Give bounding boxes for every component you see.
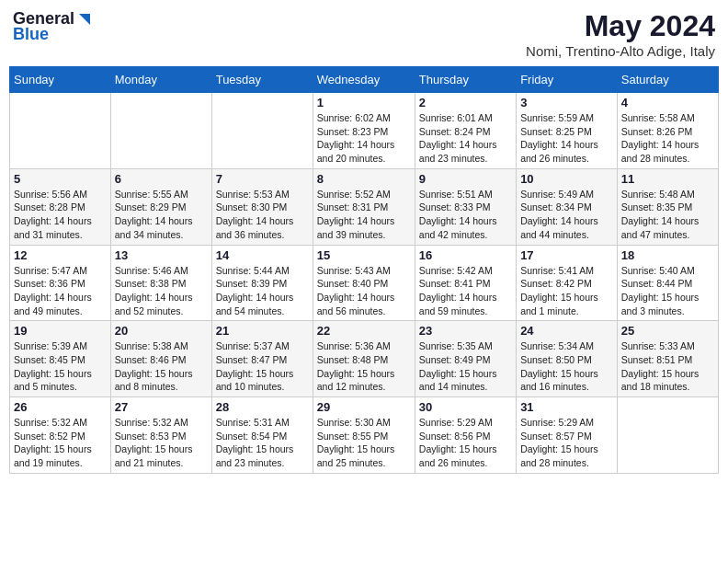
calendar-cell: 28Sunrise: 5:31 AMSunset: 8:54 PMDayligh… — [211, 397, 313, 474]
day-number: 24 — [520, 324, 613, 338]
day-info: Sunrise: 5:43 AMSunset: 8:40 PMDaylight:… — [317, 264, 411, 318]
day-of-week-header: Sunday — [10, 67, 111, 93]
calendar-week-row: 19Sunrise: 5:39 AMSunset: 8:45 PMDayligh… — [10, 321, 719, 397]
day-info: Sunrise: 5:51 AMSunset: 8:33 PMDaylight:… — [419, 188, 512, 242]
day-info: Sunrise: 6:01 AMSunset: 8:24 PMDaylight:… — [419, 111, 512, 166]
day-number: 20 — [115, 324, 208, 338]
day-number: 27 — [115, 400, 208, 414]
calendar-cell: 15Sunrise: 5:43 AMSunset: 8:40 PMDayligh… — [313, 245, 415, 321]
day-of-week-header: Thursday — [415, 67, 516, 93]
calendar-cell: 7Sunrise: 5:53 AMSunset: 8:30 PMDaylight… — [211, 168, 313, 245]
calendar-cell: 14Sunrise: 5:44 AMSunset: 8:39 PMDayligh… — [211, 245, 313, 321]
calendar-cell: 20Sunrise: 5:38 AMSunset: 8:46 PMDayligh… — [110, 321, 211, 397]
day-of-week-header: Wednesday — [313, 67, 415, 93]
calendar-cell: 23Sunrise: 5:35 AMSunset: 8:49 PMDayligh… — [415, 321, 516, 397]
calendar-cell: 6Sunrise: 5:55 AMSunset: 8:29 PMDaylight… — [110, 168, 211, 245]
day-number: 10 — [520, 172, 613, 186]
month-year-title: May 2024 — [526, 9, 715, 43]
day-number: 28 — [216, 400, 309, 414]
day-number: 8 — [317, 172, 411, 186]
day-number: 7 — [216, 172, 309, 186]
day-number: 22 — [317, 324, 411, 338]
calendar-week-row: 12Sunrise: 5:47 AMSunset: 8:36 PMDayligh… — [10, 245, 719, 321]
day-number: 23 — [419, 324, 512, 338]
calendar-cell: 24Sunrise: 5:34 AMSunset: 8:50 PMDayligh… — [517, 321, 618, 397]
calendar-cell: 29Sunrise: 5:30 AMSunset: 8:55 PMDayligh… — [313, 397, 415, 474]
day-of-week-header: Saturday — [617, 67, 718, 93]
day-info: Sunrise: 5:33 AMSunset: 8:51 PMDaylight:… — [621, 339, 714, 394]
day-info: Sunrise: 5:36 AMSunset: 8:48 PMDaylight:… — [317, 339, 411, 394]
calendar-cell — [10, 93, 111, 169]
page-header: General Blue May 2024 Nomi, Trentino-Alt… — [9, 9, 719, 59]
calendar-cell: 10Sunrise: 5:49 AMSunset: 8:34 PMDayligh… — [517, 168, 618, 245]
day-number: 26 — [14, 400, 107, 414]
day-info: Sunrise: 5:30 AMSunset: 8:55 PMDaylight:… — [317, 416, 411, 470]
calendar-cell: 30Sunrise: 5:29 AMSunset: 8:56 PMDayligh… — [415, 397, 516, 474]
day-number: 9 — [419, 172, 512, 186]
calendar-cell: 9Sunrise: 5:51 AMSunset: 8:33 PMDaylight… — [415, 168, 516, 245]
day-of-week-header: Monday — [110, 67, 211, 93]
day-info: Sunrise: 5:37 AMSunset: 8:47 PMDaylight:… — [216, 339, 309, 394]
day-number: 4 — [621, 96, 714, 109]
calendar-table: SundayMondayTuesdayWednesdayThursdayFrid… — [9, 66, 719, 474]
calendar-cell: 2Sunrise: 6:01 AMSunset: 8:24 PMDaylight… — [415, 93, 516, 169]
calendar-cell: 1Sunrise: 6:02 AMSunset: 8:23 PMDaylight… — [313, 93, 415, 169]
day-number: 29 — [317, 400, 411, 414]
calendar-cell: 31Sunrise: 5:29 AMSunset: 8:57 PMDayligh… — [517, 397, 618, 474]
day-info: Sunrise: 5:29 AMSunset: 8:57 PMDaylight:… — [520, 416, 613, 470]
location-subtitle: Nomi, Trentino-Alto Adige, Italy — [526, 43, 715, 59]
calendar-cell: 5Sunrise: 5:56 AMSunset: 8:28 PMDaylight… — [10, 168, 111, 245]
day-number: 15 — [317, 248, 411, 262]
day-number: 19 — [14, 324, 107, 338]
day-info: Sunrise: 5:56 AMSunset: 8:28 PMDaylight:… — [14, 188, 107, 242]
day-info: Sunrise: 5:32 AMSunset: 8:52 PMDaylight:… — [14, 416, 107, 470]
calendar-cell: 12Sunrise: 5:47 AMSunset: 8:36 PMDayligh… — [10, 245, 111, 321]
day-info: Sunrise: 5:29 AMSunset: 8:56 PMDaylight:… — [419, 416, 512, 470]
calendar-header-row: SundayMondayTuesdayWednesdayThursdayFrid… — [10, 67, 719, 93]
day-info: Sunrise: 5:49 AMSunset: 8:34 PMDaylight:… — [520, 188, 613, 242]
day-number: 5 — [14, 172, 107, 186]
day-info: Sunrise: 5:32 AMSunset: 8:53 PMDaylight:… — [115, 416, 208, 470]
day-info: Sunrise: 5:53 AMSunset: 8:30 PMDaylight:… — [216, 188, 309, 242]
calendar-cell: 27Sunrise: 5:32 AMSunset: 8:53 PMDayligh… — [110, 397, 211, 474]
calendar-cell: 22Sunrise: 5:36 AMSunset: 8:48 PMDayligh… — [313, 321, 415, 397]
day-info: Sunrise: 5:48 AMSunset: 8:35 PMDaylight:… — [621, 188, 714, 242]
day-info: Sunrise: 5:46 AMSunset: 8:38 PMDaylight:… — [115, 264, 208, 318]
logo-triangle-icon — [75, 12, 92, 29]
day-of-week-header: Friday — [517, 67, 618, 93]
day-number: 16 — [419, 248, 512, 262]
day-number: 12 — [14, 248, 107, 262]
logo-blue-text: Blue — [13, 25, 49, 44]
calendar-cell: 18Sunrise: 5:40 AMSunset: 8:44 PMDayligh… — [617, 245, 718, 321]
day-number: 1 — [317, 96, 411, 109]
day-number: 25 — [621, 324, 714, 338]
logo: General Blue — [13, 9, 92, 44]
calendar-cell: 13Sunrise: 5:46 AMSunset: 8:38 PMDayligh… — [110, 245, 211, 321]
calendar-cell: 8Sunrise: 5:52 AMSunset: 8:31 PMDaylight… — [313, 168, 415, 245]
day-info: Sunrise: 5:47 AMSunset: 8:36 PMDaylight:… — [14, 264, 107, 318]
svg-marker-0 — [79, 14, 90, 25]
day-info: Sunrise: 5:31 AMSunset: 8:54 PMDaylight:… — [216, 416, 309, 470]
day-number: 30 — [419, 400, 512, 414]
day-info: Sunrise: 5:44 AMSunset: 8:39 PMDaylight:… — [216, 264, 309, 318]
calendar-cell: 25Sunrise: 5:33 AMSunset: 8:51 PMDayligh… — [617, 321, 718, 397]
calendar-cell: 16Sunrise: 5:42 AMSunset: 8:41 PMDayligh… — [415, 245, 516, 321]
day-number: 13 — [115, 248, 208, 262]
day-of-week-header: Tuesday — [211, 67, 313, 93]
day-info: Sunrise: 5:42 AMSunset: 8:41 PMDaylight:… — [419, 264, 512, 318]
day-info: Sunrise: 6:02 AMSunset: 8:23 PMDaylight:… — [317, 111, 411, 166]
day-info: Sunrise: 5:35 AMSunset: 8:49 PMDaylight:… — [419, 339, 512, 394]
day-info: Sunrise: 5:58 AMSunset: 8:26 PMDaylight:… — [621, 111, 714, 166]
title-block: May 2024 Nomi, Trentino-Alto Adige, Ital… — [526, 9, 715, 59]
calendar-cell: 3Sunrise: 5:59 AMSunset: 8:25 PMDaylight… — [517, 93, 618, 169]
calendar-cell — [110, 93, 211, 169]
calendar-week-row: 5Sunrise: 5:56 AMSunset: 8:28 PMDaylight… — [10, 168, 719, 245]
calendar-week-row: 1Sunrise: 6:02 AMSunset: 8:23 PMDaylight… — [10, 93, 719, 169]
day-number: 3 — [520, 96, 613, 109]
day-number: 31 — [520, 400, 613, 414]
day-number: 2 — [419, 96, 512, 109]
day-number: 11 — [621, 172, 714, 186]
day-info: Sunrise: 5:41 AMSunset: 8:42 PMDaylight:… — [520, 264, 613, 318]
day-info: Sunrise: 5:38 AMSunset: 8:46 PMDaylight:… — [115, 339, 208, 394]
calendar-cell: 21Sunrise: 5:37 AMSunset: 8:47 PMDayligh… — [211, 321, 313, 397]
